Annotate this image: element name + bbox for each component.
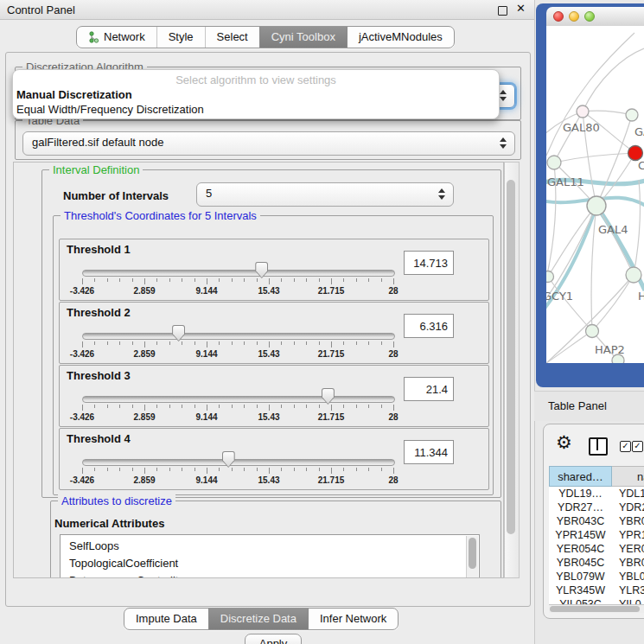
- threshold-slider[interactable]: -3.4262.8599.14415.4321.71528: [80, 387, 399, 424]
- table-row[interactable]: YBR045CYBR0: [549, 556, 644, 570]
- column-header-name[interactable]: na: [612, 466, 644, 487]
- threshold-value-field[interactable]: 6.316: [404, 314, 454, 338]
- slider-tick: [219, 405, 220, 408]
- node-hap2[interactable]: [586, 325, 599, 338]
- cell-shared-name[interactable]: YDL19…: [549, 487, 612, 501]
- settings-scrollbar[interactable]: [504, 162, 520, 578]
- list-scrollbar[interactable]: [466, 536, 478, 578]
- table-row[interactable]: YBR043CYBR0: [549, 514, 644, 528]
- table-row[interactable]: YDL19…YDL1: [549, 487, 644, 501]
- tab-infer-network[interactable]: Infer Network: [308, 609, 398, 629]
- list-item[interactable]: SelfLoops: [61, 538, 479, 555]
- column-layout-icon[interactable]: [589, 437, 608, 456]
- node-gcy1[interactable]: [546, 271, 554, 283]
- cell-name[interactable]: YDL1: [612, 487, 644, 501]
- slider-tick: [119, 341, 120, 345]
- threshold-slider[interactable]: -3.4262.8599.14415.4321.71528: [80, 450, 399, 487]
- tab-discretize-data[interactable]: Discretize Data: [208, 609, 308, 629]
- node-gal4[interactable]: [587, 196, 606, 215]
- number-of-intervals-combobox[interactable]: 5: [196, 182, 454, 207]
- table-row[interactable]: YER054CYER0: [549, 542, 644, 556]
- numerical-attributes-list[interactable]: SelfLoopsTopologicalCoefficientBetweenne…: [60, 534, 480, 578]
- slider-tick: [244, 278, 245, 282]
- cell-name[interactable]: YBL0: [612, 570, 644, 583]
- slider-tick: [219, 341, 220, 345]
- close-icon[interactable]: ✕: [516, 2, 526, 15]
- close-traffic-icon[interactable]: [553, 11, 564, 22]
- table-hscrollbar-thumb[interactable]: [550, 606, 640, 612]
- tab-jactivemnodules[interactable]: jActiveMNodules: [347, 27, 454, 48]
- node-partial-top[interactable]: [626, 109, 638, 121]
- cell-shared-name[interactable]: YER054C: [549, 542, 612, 556]
- slider-tick: [169, 468, 170, 471]
- thresholds-groupbox: Threshold's Coordinates for 5 Intervals …: [53, 215, 494, 495]
- threshold-panel: Threshold 4 -3.4262.8599.14415.4321.7152…: [59, 428, 489, 490]
- cell-shared-name[interactable]: YBR043C: [549, 514, 612, 528]
- node-partial-right[interactable]: [626, 267, 641, 283]
- attributes-group-title: Attributes to discretize: [58, 494, 175, 507]
- table-row[interactable]: YIL053CYIL0: [549, 597, 644, 604]
- cell-shared-name[interactable]: YPR145W: [549, 528, 612, 542]
- cell-name[interactable]: YBR0: [612, 556, 644, 570]
- slider-tick-label: 2.859: [133, 475, 155, 485]
- table-row[interactable]: YDR27…YDR2: [549, 501, 644, 514]
- tab-impute-data[interactable]: Impute Data: [124, 609, 208, 629]
- slider-track[interactable]: [82, 459, 395, 466]
- cell-shared-name[interactable]: YBL079W: [549, 570, 612, 583]
- list-scrollbar-thumb[interactable]: [469, 538, 476, 569]
- slider-track[interactable]: [82, 270, 395, 277]
- cell-shared-name[interactable]: YLR345W: [549, 583, 612, 597]
- threshold-value-field[interactable]: 11.344: [404, 440, 454, 464]
- threshold-value-field[interactable]: 14.713: [404, 251, 454, 275]
- cell-shared-name[interactable]: YDR27…: [549, 501, 612, 514]
- slider-tick: [393, 341, 394, 348]
- checkbox-icon-1[interactable]: ✓: [620, 441, 631, 452]
- zoom-traffic-icon[interactable]: [584, 11, 595, 22]
- column-header-shared-name[interactable]: shared…: [549, 466, 612, 487]
- tab-style[interactable]: Style: [156, 27, 205, 48]
- tab-cyni-toolbox[interactable]: Cyni Toolbox: [259, 27, 347, 48]
- node-gal80[interactable]: [577, 105, 589, 118]
- settings-scrollbar-thumb[interactable]: [507, 180, 515, 534]
- tab-network[interactable]: Network: [77, 27, 156, 48]
- cell-name[interactable]: YER0: [612, 542, 644, 556]
- control-panel: Control Panel ✕ Network Style Select Cyn…: [0, 0, 535, 644]
- threshold-slider[interactable]: -3.4262.8599.14415.4321.71528: [80, 324, 399, 360]
- slider-track[interactable]: [82, 396, 395, 403]
- table-row[interactable]: YPR145WYPR1: [549, 528, 644, 542]
- cell-shared-name[interactable]: YIL053C: [549, 597, 612, 604]
- minimize-traffic-icon[interactable]: [569, 11, 579, 22]
- slider-tick: [207, 278, 207, 284]
- popup-option-equal-width[interactable]: Equal Width/Frequency Discretization: [16, 103, 204, 116]
- checkbox-icon-2[interactable]: ✓: [632, 441, 643, 452]
- table-row[interactable]: YLR345WYLR3: [549, 583, 644, 597]
- cell-shared-name[interactable]: YBR045C: [549, 556, 612, 570]
- table-row[interactable]: YBL079WYBL0: [549, 570, 644, 583]
- table-data-combobox[interactable]: galFiltered.sif default node: [22, 131, 515, 156]
- network-canvas[interactable]: GAL80 GA GAL11 C GAL4 GCY1 H HAP2: [546, 26, 644, 363]
- slider-tick: [356, 341, 357, 345]
- slider-tick: [244, 468, 245, 471]
- slider-tick: [269, 468, 270, 474]
- float-panel-icon[interactable]: [498, 6, 507, 16]
- apply-button[interactable]: Apply: [245, 634, 302, 644]
- cell-name[interactable]: YLR3: [612, 583, 644, 597]
- list-item[interactable]: BetweennessCentrality: [61, 572, 479, 578]
- node-gal11[interactable]: [547, 156, 561, 169]
- slider-tick: [381, 341, 382, 345]
- cell-name[interactable]: YPR1: [612, 528, 644, 542]
- slider-tick: [306, 468, 307, 471]
- slider-tick: [82, 341, 83, 348]
- cell-name[interactable]: YIL0: [612, 597, 641, 604]
- threshold-slider[interactable]: -3.4262.8599.14415.4321.71528: [80, 261, 399, 297]
- table-hscrollbar[interactable]: [549, 604, 644, 613]
- threshold-value-field[interactable]: 21.4: [404, 377, 454, 401]
- list-item[interactable]: TopologicalCoefficient: [61, 555, 479, 572]
- slider-track[interactable]: [82, 333, 395, 340]
- gear-icon[interactable]: ⚙: [556, 432, 572, 453]
- node-red-selected[interactable]: [628, 146, 643, 161]
- tab-select[interactable]: Select: [205, 27, 259, 48]
- cell-name[interactable]: YDR2: [612, 501, 644, 514]
- cell-name[interactable]: YBR0: [612, 514, 644, 528]
- popup-option-manual[interactable]: Manual Discretization: [16, 88, 132, 101]
